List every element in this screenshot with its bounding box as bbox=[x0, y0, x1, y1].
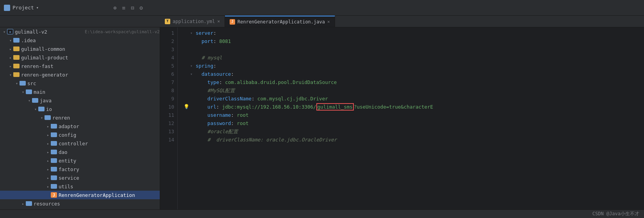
sidebar-item[interactable]: service bbox=[0, 173, 160, 182]
folder-icon bbox=[51, 150, 57, 154]
code-line-content: datasource: bbox=[196, 70, 234, 78]
sidebar-item[interactable]: src bbox=[0, 79, 160, 88]
sidebar-item[interactable]: dao bbox=[0, 148, 160, 156]
tree-chevron bbox=[8, 64, 13, 68]
tab-java-label: RenrenGeneratorApplication.java bbox=[237, 19, 325, 25]
sidebar-item[interactable]: ◈gulimall-v2E:\idea-workspace\gulimall-v… bbox=[0, 27, 160, 36]
fold-marker[interactable]: ▾ bbox=[190, 29, 196, 37]
fold-marker[interactable]: ▾ bbox=[190, 62, 196, 70]
settings-icon[interactable]: ⚙ bbox=[139, 5, 143, 11]
tree-item-label: src bbox=[27, 80, 160, 86]
tree-chevron bbox=[45, 176, 51, 180]
editor[interactable]: 1234567891011121314 ▾server: port: 8081 … bbox=[160, 27, 644, 209]
sidebar-item[interactable]: JRenrenGeneratorApplication bbox=[0, 191, 160, 199]
tree-chevron bbox=[45, 184, 51, 189]
tree-item-path: E:\idea-workspace\gulimall-v2 bbox=[85, 29, 160, 34]
folder-icon bbox=[13, 64, 20, 68]
folder-icon bbox=[13, 46, 20, 51]
code-line-content: server: bbox=[196, 29, 216, 37]
tab-yaml[interactable]: Y application.yml ✕ bbox=[160, 16, 225, 27]
code-line: #MySQL配置 bbox=[182, 86, 644, 95]
line-number: 1 bbox=[160, 29, 174, 37]
code-line: ▾spring: bbox=[182, 62, 644, 70]
line-number: 13 bbox=[160, 127, 174, 136]
code-line-content: #oracle配置 bbox=[196, 127, 238, 136]
sidebar-item[interactable]: main bbox=[0, 88, 160, 96]
tab-java-close[interactable]: ✕ bbox=[327, 19, 330, 24]
line-number: 2 bbox=[160, 37, 174, 45]
title-label: Project bbox=[12, 5, 34, 11]
code-content[interactable]: ▾server: port: 8081 # mysql▾spring:▾ dat… bbox=[178, 27, 644, 209]
add-icon[interactable]: ⊕ bbox=[113, 5, 116, 11]
code-line: # driverClassName: oracle.jdbc.OracleDri… bbox=[182, 136, 644, 144]
sidebar-item[interactable]: controller bbox=[0, 139, 160, 148]
fold-marker[interactable]: ▾ bbox=[190, 70, 196, 78]
sidebar-item[interactable]: java bbox=[0, 96, 160, 105]
folder-icon bbox=[26, 201, 32, 206]
code-line: # mysql bbox=[182, 54, 644, 62]
folder-icon bbox=[38, 107, 45, 111]
list-icon[interactable]: ≡ bbox=[122, 5, 125, 11]
sidebar-item[interactable]: renren-fast bbox=[0, 62, 160, 70]
tree-chevron bbox=[2, 30, 7, 34]
sidebar-item[interactable]: renren-generator bbox=[0, 70, 160, 79]
code-line-content: port: 8081 bbox=[196, 37, 231, 45]
folder-icon bbox=[51, 184, 57, 189]
tree-chevron bbox=[45, 133, 51, 137]
sidebar-item[interactable]: gulimall-common bbox=[0, 45, 160, 53]
tree-chevron bbox=[20, 202, 26, 206]
tree-item-label: java bbox=[40, 98, 160, 104]
tab-bar: Y application.yml ✕ J RenrenGeneratorApp… bbox=[0, 16, 644, 27]
folder-icon bbox=[13, 55, 20, 60]
project-dropdown-arrow[interactable]: ▾ bbox=[36, 5, 39, 10]
collapse-icon[interactable]: ⊟ bbox=[131, 5, 134, 11]
line-number: 10 bbox=[160, 103, 174, 111]
line-number: 3 bbox=[160, 45, 174, 54]
sidebar-item[interactable]: adaptor bbox=[0, 122, 160, 130]
tree-chevron bbox=[8, 73, 13, 77]
tree-item-label: gulimall-v2 bbox=[15, 29, 82, 35]
code-line: driverClassName: com.mysql.cj.jdbc.Drive… bbox=[182, 95, 644, 103]
project-icon bbox=[4, 5, 10, 11]
sidebar-item[interactable]: config bbox=[0, 130, 160, 139]
code-line-content: type: com.alibaba.druid.pool.DruidDataSo… bbox=[196, 78, 337, 86]
tab-java[interactable]: J RenrenGeneratorApplication.java ✕ bbox=[225, 16, 335, 27]
title-bar: Project ▾ ⊕ ≡ ⊟ ⚙ bbox=[0, 0, 644, 16]
sidebar-item[interactable]: utils bbox=[0, 182, 160, 191]
tree-item-label: gulimall-product bbox=[21, 55, 160, 61]
tree-chevron bbox=[33, 107, 38, 111]
tab-yaml-close[interactable]: ✕ bbox=[217, 19, 220, 24]
sidebar-item[interactable]: entity bbox=[0, 156, 160, 165]
tree-item-label: adaptor bbox=[59, 123, 160, 129]
sidebar-item[interactable]: .idea bbox=[0, 36, 160, 45]
tree-item-label: RenrenGeneratorApplication bbox=[59, 192, 160, 198]
tree-chevron bbox=[27, 98, 32, 103]
project-icon: ◈ bbox=[7, 29, 13, 34]
tree-item-label: service bbox=[59, 175, 160, 181]
title-bar-left: Project ▾ bbox=[4, 5, 82, 11]
sidebar-item[interactable]: gulimall-product bbox=[0, 53, 160, 62]
folder-icon bbox=[51, 167, 57, 172]
folder-icon bbox=[51, 175, 57, 180]
sidebar-item[interactable]: io bbox=[0, 105, 160, 113]
tree-item-label: resources bbox=[34, 201, 160, 207]
tree-item-label: factory bbox=[59, 166, 160, 172]
tree-chevron bbox=[45, 141, 51, 146]
sidebar-item[interactable]: factory bbox=[0, 165, 160, 173]
sidebar-item[interactable]: resources bbox=[0, 199, 160, 208]
code-line-content: # driverClassName: oracle.jdbc.OracleDri… bbox=[196, 136, 337, 144]
tree-item-label: config bbox=[59, 132, 160, 138]
folder-icon bbox=[26, 89, 32, 94]
title-bar-icons: ⊕ ≡ ⊟ ⚙ bbox=[113, 5, 143, 11]
tree-item-label: io bbox=[46, 106, 160, 112]
sidebar-item[interactable]: renren bbox=[0, 113, 160, 122]
tree-item-label: renren bbox=[52, 115, 160, 121]
tree-chevron bbox=[45, 150, 51, 154]
folder-icon bbox=[45, 115, 51, 120]
code-line-content: url: jdbc:mysql://192.168.56.10:3306/gul… bbox=[196, 103, 433, 111]
code-line-content: # mysql bbox=[196, 54, 222, 62]
tree-chevron bbox=[39, 116, 45, 120]
tree-item-label: renren-generator bbox=[21, 72, 160, 78]
folder-icon bbox=[51, 132, 57, 137]
tree-item-label: main bbox=[34, 89, 160, 95]
